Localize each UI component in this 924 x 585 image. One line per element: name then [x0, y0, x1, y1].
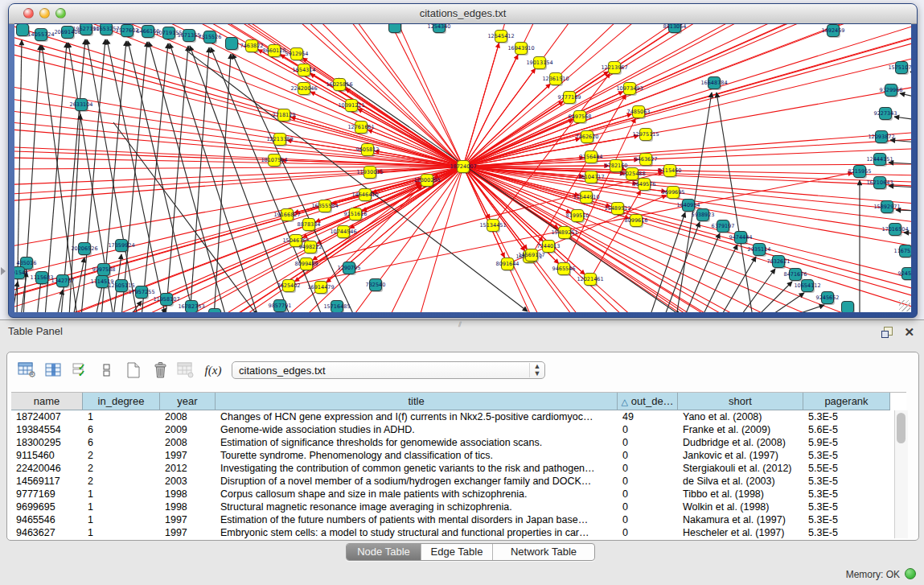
graph-node-label: 11958107	[153, 296, 179, 303]
graph-node-label: 9329966	[880, 87, 903, 93]
column-header-title[interactable]: title	[216, 393, 618, 410]
column-header-name[interactable]: name	[11, 393, 83, 410]
graph-node-label: 6497568	[569, 113, 592, 120]
column-header-out_de[interactable]: △out_de…	[618, 393, 678, 410]
float-panel-icon[interactable]	[881, 327, 893, 337]
table-cell: de Silva et al. (2003)	[678, 475, 803, 488]
table-header-row: namein_degreeyeartitle△out_de…shortpager…	[11, 393, 906, 410]
graph-node-label: 16355584	[311, 203, 338, 209]
table-cell: 0	[618, 423, 678, 436]
column-header-label: name	[34, 395, 60, 407]
graph-node-label: 2935114	[748, 246, 771, 253]
tab-edge-table[interactable]: Edge Table	[421, 544, 493, 560]
table-cell: 1	[83, 501, 160, 513]
table-body: 1872400712008Changes of HCN gene express…	[11, 410, 906, 539]
tab-node-table[interactable]: Node Table	[347, 544, 421, 560]
table-row[interactable]: 946362711997Embryonic stem cells: a mode…	[11, 526, 906, 539]
network-window: citations_edges.txt 18724007746382286601…	[8, 3, 918, 318]
table-cell: Tibbo et al. (1998)	[678, 488, 803, 501]
graph-node-label: 11544910	[573, 194, 599, 200]
table-cell: 1	[83, 488, 160, 501]
window-title-bar[interactable]: citations_edges.txt	[9, 4, 917, 24]
column-header-year[interactable]: year	[160, 393, 216, 410]
graph-node-label: 10391211	[338, 102, 364, 109]
table-cell: 1	[83, 410, 160, 423]
import-table-button[interactable]	[175, 360, 199, 381]
table-cell: 2009	[160, 423, 216, 436]
graph-node-label: 7815526	[199, 34, 222, 40]
rows-button[interactable]	[95, 360, 119, 381]
table-cell: 6	[83, 423, 160, 436]
table-cell: Estimation of the future numbers of pati…	[216, 513, 618, 526]
graph-node[interactable]	[389, 24, 401, 33]
graph-node-label: 9777169	[558, 94, 581, 101]
table-row[interactable]: 946554611997Estimation of the future num…	[11, 513, 906, 526]
graph-node-label: 9605812	[356, 146, 380, 153]
graph-node[interactable]	[17, 24, 29, 36]
graph-node-label: 9151616	[344, 211, 368, 217]
collapsed-panel-handle[interactable]	[1, 267, 6, 275]
graph-node-label: 8215955	[848, 168, 872, 175]
graph-node-label: 8099489	[295, 261, 318, 267]
graph-node-label: 9498222	[299, 244, 322, 250]
column-header-in_degree[interactable]: in_degree	[83, 393, 160, 410]
canvas-resize-grip[interactable]	[899, 300, 910, 311]
select-rows-icon: ✓ ✓	[72, 362, 89, 378]
graph-node[interactable]	[226, 38, 238, 50]
graph-node-label: 7625402	[277, 282, 301, 289]
graph-node-label: 10025488	[618, 171, 645, 177]
column-header-pagerank[interactable]: pagerank	[803, 393, 890, 410]
column-header-short[interactable]: short	[678, 393, 803, 410]
graph-node-label: 8471676	[784, 271, 807, 278]
table-vertical-scrollbar[interactable]	[894, 410, 908, 538]
table-cell: 5.3E-5	[803, 475, 890, 488]
table-cell: 5.3E-5	[803, 449, 890, 462]
graph-node-label: 8813054	[663, 24, 687, 30]
graph-node[interactable]	[842, 302, 854, 313]
table-row[interactable]: 1830029562008Estimation of significance …	[11, 436, 906, 449]
table-selector-dropdown[interactable]: citations_edges.txt ▲▼	[232, 361, 545, 379]
delete-table-button[interactable]	[148, 360, 172, 381]
table-row[interactable]: 977716911998Corpus callosum shape and si…	[11, 488, 906, 501]
svg-text:✓: ✓	[78, 369, 85, 378]
select-rows-button[interactable]: ✓ ✓	[68, 360, 92, 381]
graph-node-label: 12505115	[108, 282, 134, 289]
graph-node-label: 8660128	[263, 47, 286, 54]
table-cell: 1998	[160, 488, 216, 501]
graph-node-label: 7244013	[537, 243, 561, 249]
table-row[interactable]: 1456911722003Disruption of a novel membe…	[11, 475, 906, 488]
table-columns-button[interactable]	[42, 360, 66, 381]
close-panel-icon[interactable]: ✕	[904, 327, 914, 337]
table-panel-title: Table Panel	[8, 325, 63, 337]
table-cell: 6	[83, 436, 160, 449]
new-document-button[interactable]	[121, 360, 146, 381]
trash-icon	[151, 361, 169, 379]
graph-node-label: 9474444	[729, 234, 753, 241]
table-cell: Changes of HCN gene expression and I(f) …	[216, 410, 618, 423]
table-row[interactable]: 2242004622012Investigating the contribut…	[11, 462, 906, 475]
citation-network-graph[interactable]: 1872400774638228660128591295416543142242…	[14, 24, 911, 312]
table-settings-button[interactable]: ⚙	[15, 360, 39, 381]
tab-network-table[interactable]: Network Table	[493, 544, 594, 560]
graph-node-label: 10744546	[330, 229, 356, 235]
table-row[interactable]: 911546021997Tourette syndrome. Phenomeno…	[11, 449, 906, 462]
table-cell: 2	[83, 475, 160, 488]
graph-node-label: 9857791	[269, 303, 292, 309]
graph-node-label: 22420046	[290, 85, 317, 92]
table-row[interactable]: 1872400712008Changes of HCN gene express…	[11, 410, 906, 423]
function-builder-button[interactable]: f(x)	[201, 360, 225, 381]
graph-node-label: 9997588	[92, 266, 116, 273]
table-cell: 18300295	[11, 436, 83, 449]
table-cell: Structural magnetic resonance image aver…	[216, 501, 618, 513]
table-row[interactable]: 969969511998Structural magnetic resonanc…	[11, 501, 906, 513]
graph-node-label: 1115683	[31, 274, 54, 281]
graph-node-label: 1692459	[822, 27, 845, 34]
table-selector-value: citations_edges.txt	[232, 365, 529, 377]
column-header-label: short	[729, 395, 752, 407]
table-row[interactable]: 1938455462009Genome-wide association stu…	[11, 423, 906, 436]
graph-node-label: 7462620	[576, 134, 599, 140]
network-canvas[interactable]: 1872400774638228660128591295416543142242…	[14, 23, 911, 312]
graph-node-label: 18107554	[261, 157, 287, 163]
splitter-grip[interactable]: ⫽	[458, 320, 462, 329]
scrollbar-thumb[interactable]	[897, 413, 906, 443]
